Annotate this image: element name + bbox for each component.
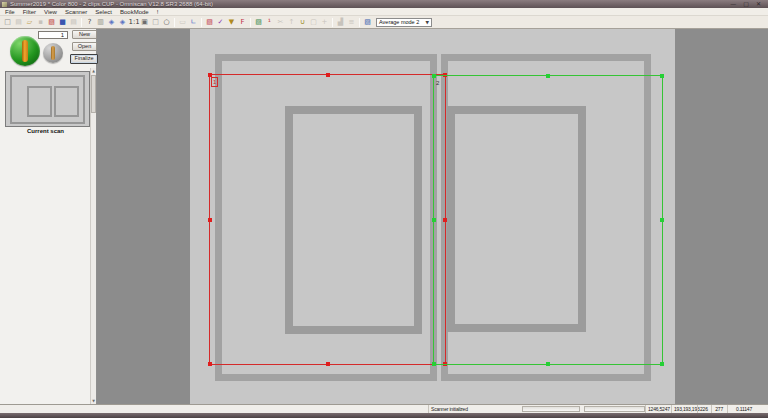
main-area: New Open Finalize Current scan ▲ ▼ 1 2: [0, 29, 768, 404]
scanner-settings-icon[interactable]: ▥: [96, 17, 106, 28]
help-icon[interactable]: ?: [85, 17, 95, 28]
save-as-icon[interactable]: ▪: [36, 17, 46, 28]
status-pane-main: [0, 405, 428, 413]
selection-handle-r[interactable]: [660, 218, 664, 222]
menu-file[interactable]: File: [5, 9, 15, 15]
print-icon[interactable]: ▤: [69, 17, 79, 28]
scroll-up-icon[interactable]: ▲: [91, 68, 96, 74]
menu-bar: File Filter View Scanner Select BookMode…: [0, 8, 768, 16]
menu-exclamation[interactable]: !: [157, 9, 159, 15]
flag-icon[interactable]: ▼: [227, 17, 237, 28]
arrow-up-icon[interactable]: ↑: [287, 17, 297, 28]
app-icon: [2, 2, 7, 7]
secondary-scan-bar-icon: [51, 46, 55, 60]
move-down-icon[interactable]: ◈: [118, 17, 128, 28]
status-message: Scanner initialized: [428, 405, 521, 413]
selection-handle-bl[interactable]: [208, 362, 212, 366]
move-up-icon[interactable]: ◈: [107, 17, 117, 28]
finalize-button[interactable]: Finalize: [70, 54, 98, 64]
thumbnail-book-outline: [10, 75, 85, 124]
fit-window-icon[interactable]: ▣: [140, 17, 150, 28]
preview-image-icon[interactable]: ▨: [363, 17, 373, 28]
copy-icon[interactable]: ▤: [14, 17, 24, 28]
maximize-icon[interactable]: ▢: [743, 0, 749, 8]
toolbar: □▤▱▪▨■▤?▥◈◈1:1▣□○▭∟▨✓▼F▨¹✂↑∪▢+▟≡▨ Averag…: [0, 16, 768, 29]
selection-handle-t[interactable]: [546, 74, 550, 78]
average-mode-dropdown[interactable]: Average mode 2 ▼: [376, 18, 432, 27]
scrollbar-thumb[interactable]: [91, 75, 96, 113]
book-mode-icon[interactable]: ∪: [298, 17, 308, 28]
status-coordinates: 1246,5247: [645, 405, 671, 413]
zoom-1-1-icon[interactable]: 1:1: [129, 17, 139, 28]
status-progress-2: [584, 406, 645, 412]
status-rgb-value: 193,193,193: [671, 405, 697, 413]
window-title: Summer2019 * Color 800 - 2 clips.CUP - O…: [10, 0, 213, 8]
selection-handle-l[interactable]: [432, 218, 436, 222]
window-bottom-edge: [0, 413, 768, 418]
status-zoom-factor: 0.11147: [727, 405, 754, 413]
zoom-icon[interactable]: ○: [162, 17, 172, 28]
checkmark-icon[interactable]: ✓: [216, 17, 226, 28]
toolbar-separator: [250, 18, 251, 27]
page-image-icon[interactable]: ▨: [254, 17, 264, 28]
image-icon[interactable]: ▨: [47, 17, 57, 28]
selection-frame-icon[interactable]: □: [151, 17, 161, 28]
add-icon[interactable]: +: [320, 17, 330, 28]
open-button[interactable]: Open: [72, 42, 97, 51]
cut-icon[interactable]: ✂: [276, 17, 286, 28]
menu-select[interactable]: Select: [95, 9, 112, 15]
selection-region-2[interactable]: 2: [433, 75, 663, 365]
toolbar-icon-strip: □▤▱▪▨■▤?▥◈◈1:1▣□○▭∟▨✓▼F▨¹✂↑∪▢+▟≡▨: [2, 17, 373, 28]
average-mode-value: Average mode 2: [379, 19, 419, 25]
selection-handle-t[interactable]: [326, 73, 330, 77]
menu-view[interactable]: View: [44, 9, 57, 15]
selection-handle-tl[interactable]: [208, 73, 212, 77]
letter-f-icon[interactable]: F: [238, 17, 248, 28]
scan-button[interactable]: [10, 36, 40, 66]
superscript-1-icon[interactable]: ¹: [265, 17, 275, 28]
status-bar: Scanner initialized 1246,5247 193,193,19…: [0, 404, 768, 413]
levels-icon[interactable]: ≡: [347, 17, 357, 28]
histogram-icon[interactable]: ▟: [336, 17, 346, 28]
pointer-icon[interactable]: ▭: [178, 17, 188, 28]
toolbar-separator: [332, 18, 333, 27]
thumbnail-right-page: [54, 86, 79, 117]
secondary-scan-button[interactable]: [43, 43, 63, 63]
scan-counter-field[interactable]: [38, 31, 68, 39]
current-scan-thumbnail[interactable]: [5, 71, 90, 127]
selection-region-1[interactable]: 1: [209, 74, 446, 365]
status-progress-1: [522, 406, 580, 412]
toolbar-separator: [201, 18, 202, 27]
thumbnail-scrollbar[interactable]: ▲ ▼: [90, 68, 96, 404]
current-scan-label: Current scan: [0, 128, 91, 134]
title-bar: Summer2019 * Color 800 - 2 clips.CUP - O…: [0, 0, 768, 8]
save-icon[interactable]: ■: [58, 17, 68, 28]
open-folder-icon[interactable]: ▱: [25, 17, 35, 28]
menu-filter[interactable]: Filter: [23, 9, 36, 15]
toolbar-separator: [174, 18, 175, 27]
new-document-icon[interactable]: □: [3, 17, 13, 28]
chevron-down-icon: ▼: [426, 20, 429, 25]
status-width-value: 226: [697, 405, 709, 413]
ruler-icon[interactable]: ∟: [189, 17, 199, 28]
scan-button-bar-icon: [22, 40, 28, 62]
selection-1-label: 1: [211, 77, 218, 87]
new-button[interactable]: New: [72, 30, 97, 39]
minimize-icon[interactable]: —: [730, 0, 736, 8]
selection-handle-br[interactable]: [660, 362, 664, 366]
color-image-icon[interactable]: ▨: [205, 17, 215, 28]
selection-handle-l[interactable]: [208, 218, 212, 222]
selection-handle-bl[interactable]: [432, 362, 436, 366]
selection-2-label: 2: [436, 80, 439, 87]
selection-handle-tl[interactable]: [432, 74, 436, 78]
menu-scanner[interactable]: Scanner: [65, 9, 87, 15]
blank-page-icon[interactable]: ▢: [309, 17, 319, 28]
menu-bookmode[interactable]: BookMode: [120, 9, 149, 15]
toolbar-separator: [359, 18, 360, 27]
selection-handle-tr[interactable]: [660, 74, 664, 78]
selection-handle-b[interactable]: [546, 362, 550, 366]
selection-handle-b[interactable]: [326, 362, 330, 366]
scan-canvas[interactable]: 1 2: [98, 29, 768, 404]
close-icon[interactable]: ✕: [756, 0, 761, 8]
thumbnail-left-page: [27, 86, 52, 117]
